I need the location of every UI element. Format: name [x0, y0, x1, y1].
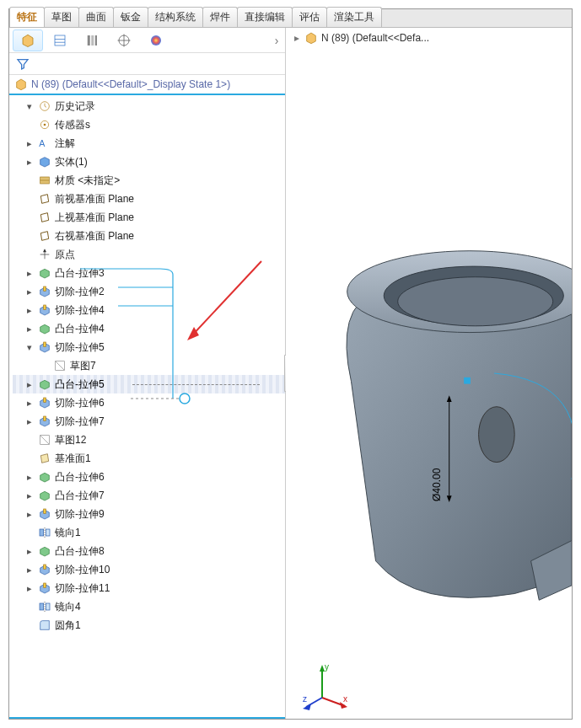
tree-item[interactable]: 镜向1 — [13, 523, 285, 542]
panel-tab-config-icon[interactable] — [77, 29, 107, 51]
tree-item[interactable]: ▸切除-拉伸4 — [13, 301, 285, 319]
panel-tab-dimxpert-icon[interactable] — [109, 29, 139, 51]
panel-tab-feature-tree-icon[interactable] — [13, 29, 43, 51]
boss-icon — [38, 322, 51, 335]
tree-item[interactable]: ▸切除-拉伸11 — [13, 579, 285, 597]
tree-item-label: 凸台-拉伸5 — [55, 377, 105, 392]
ribbon-tab[interactable]: 草图 — [44, 7, 79, 27]
panel-tab-property-icon[interactable] — [45, 29, 75, 51]
ribbon-tab[interactable]: 特征 — [9, 7, 45, 27]
ribbon-tab[interactable]: 焊件 — [202, 7, 238, 27]
expand-icon[interactable]: ▸ — [24, 324, 35, 335]
tree-header-text: N (89) (Default<<Default>_Display State … — [31, 78, 230, 90]
expand-icon[interactable]: ▸ — [24, 490, 35, 501]
svg-rect-26 — [44, 305, 46, 309]
ribbon-tab[interactable]: 评估 — [292, 7, 327, 27]
cut-icon — [38, 285, 51, 298]
tree-item[interactable]: ▸凸台-拉伸5 — [13, 375, 285, 393]
tree-item[interactable]: ▸A注解 — [13, 134, 285, 153]
ribbon-tab[interactable]: 直接编辑 — [237, 7, 293, 27]
panel-tabs-more-icon[interactable]: › — [268, 34, 285, 47]
cut-icon — [38, 563, 51, 576]
funnel-icon[interactable] — [16, 57, 30, 71]
dimension-label[interactable]: Ø40.00 — [431, 468, 443, 501]
svg-rect-24 — [44, 286, 46, 291]
svg-marker-32 — [40, 380, 50, 389]
expand-icon[interactable]: ▸ — [24, 286, 35, 297]
panel-tab-icons: › — [9, 28, 285, 53]
tree-item[interactable]: 上视基准面 Plane — [13, 208, 285, 227]
expand-icon[interactable]: ▸ — [24, 138, 35, 149]
svg-rect-29 — [44, 342, 46, 346]
tree-item[interactable]: 原点 — [13, 245, 285, 264]
tree-item[interactable]: ▸切除-拉伸9 — [13, 505, 285, 523]
expand-icon[interactable]: ▸ — [24, 509, 35, 520]
ribbon-tabs: 特征草图曲面钣金结构系统焊件直接编辑评估渲染工具 — [9, 9, 572, 28]
tree-item-label: 材质 <未指定> — [55, 174, 120, 188]
svg-marker-70 — [303, 704, 311, 710]
ribbon-tab[interactable]: 渲染工具 — [326, 7, 382, 27]
tree-item[interactable]: ▸切除-拉伸2 — [13, 282, 285, 301]
tree-item[interactable]: 镜向4 — [13, 597, 285, 616]
ribbon-tab[interactable]: 曲面 — [78, 7, 114, 27]
tree-item[interactable]: ▾切除-拉伸5 — [13, 338, 285, 356]
svg-rect-51 — [40, 603, 44, 610]
svg-marker-0 — [23, 35, 33, 46]
expand-icon[interactable]: ▸ — [24, 472, 35, 483]
tree-item[interactable]: ▸凸台-拉伸7 — [13, 486, 285, 505]
tree-item[interactable]: 草图7 — [13, 356, 285, 375]
expand-icon[interactable]: ▸ — [24, 416, 35, 427]
ribbon-tab[interactable]: 结构系统 — [148, 7, 203, 27]
tree-item[interactable]: 草图12 — [13, 431, 285, 449]
tree-item[interactable]: ▸凸台-拉伸6 — [13, 468, 285, 486]
tree-item-label: 前视基准面 Plane — [55, 192, 134, 206]
tree-item[interactable]: 基准面1 — [13, 449, 285, 468]
tree-item[interactable]: 传感器s — [13, 115, 285, 134]
expand-icon[interactable]: ▸ — [24, 546, 35, 557]
tree-item[interactable]: ▸凸台-拉伸4 — [13, 319, 285, 338]
sensor-icon — [38, 118, 51, 131]
tree-item[interactable]: ▸凸台-拉伸3 — [13, 264, 285, 282]
svg-marker-22 — [40, 269, 50, 278]
cut-icon — [38, 303, 51, 317]
tree-item-label: 右视基准面 Plane — [55, 229, 134, 244]
tree-item-label: 注解 — [55, 136, 75, 151]
part-icon — [14, 78, 28, 91]
tree-item[interactable]: 右视基准面 Plane — [13, 227, 285, 245]
svg-marker-16 — [40, 158, 50, 167]
svg-rect-4 — [88, 35, 90, 46]
tree-item[interactable]: ▸凸台-拉伸8 — [13, 542, 285, 560]
expand-icon[interactable]: ▸ — [24, 565, 35, 575]
boss-icon — [38, 266, 51, 280]
origin-icon — [38, 248, 51, 261]
tree-item[interactable]: ▾历史记录 — [13, 97, 285, 115]
expand-icon[interactable]: ▸ — [24, 305, 35, 316]
expand-icon[interactable]: ▸ — [24, 583, 35, 594]
annotation-icon: A — [38, 136, 51, 150]
expand-icon[interactable]: ▸ — [24, 398, 35, 409]
collapse-icon[interactable]: ▾ — [24, 101, 35, 112]
tree-item[interactable]: ▸切除-拉伸6 — [13, 393, 285, 412]
tree-item-label: 镜向4 — [55, 600, 81, 614]
graphics-viewport[interactable]: ▸ N (89) (Default<<Defa... — [286, 28, 572, 719]
svg-rect-36 — [44, 416, 46, 420]
expand-icon[interactable]: ▸ — [24, 157, 35, 168]
collapse-icon[interactable]: ▾ — [24, 342, 35, 353]
tree-item[interactable]: 材质 <未指定> — [13, 171, 285, 190]
svg-rect-50 — [44, 583, 46, 587]
tree-item[interactable]: ▸实体(1) — [13, 153, 285, 171]
expand-icon[interactable]: ▸ — [24, 268, 35, 279]
tree-item[interactable]: ▸切除-拉伸7 — [13, 412, 285, 431]
svg-rect-59 — [464, 377, 471, 384]
tree-header[interactable]: N (89) (Default<<Default>_Display State … — [9, 75, 285, 95]
tree-item-label: 实体(1) — [55, 155, 88, 169]
tree-item[interactable]: ▸切除-拉伸10 — [13, 560, 285, 579]
panel-tab-appearance-icon[interactable] — [141, 29, 171, 51]
ribbon-tab[interactable]: 钣金 — [113, 7, 148, 27]
tree-item[interactable]: 圆角1 — [13, 616, 285, 634]
expand-icon[interactable]: ▸ — [24, 379, 35, 390]
view-triad[interactable]: y x z — [301, 660, 352, 710]
tree-item[interactable]: 前视基准面 Plane — [13, 190, 285, 208]
cut-icon — [38, 507, 51, 521]
sketch-icon — [38, 433, 51, 447]
